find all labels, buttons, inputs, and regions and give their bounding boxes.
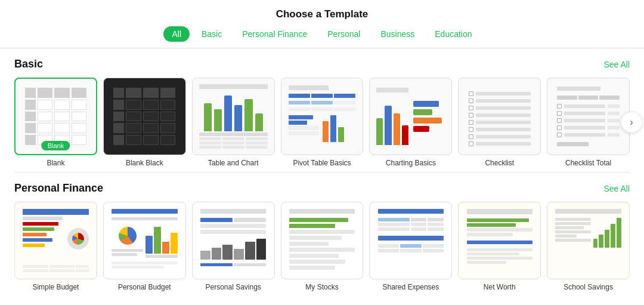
basic-template-row: Blank Blank bbox=[14, 78, 630, 167]
template-checklist-thumb bbox=[458, 78, 541, 155]
template-shared-expenses[interactable]: Shared Expenses bbox=[369, 202, 452, 291]
tab-business[interactable]: Business bbox=[372, 26, 423, 42]
template-blank-black-label: Blank Black bbox=[126, 159, 163, 167]
template-blank[interactable]: Blank Blank bbox=[14, 78, 97, 167]
basic-section-header: Basic See All bbox=[14, 58, 630, 70]
tab-education[interactable]: Education bbox=[426, 26, 480, 42]
tab-basic[interactable]: Basic bbox=[193, 26, 230, 42]
template-school-savings-label: School Savings bbox=[564, 283, 613, 291]
template-pivot-table[interactable]: Pivot Table Basics bbox=[281, 78, 364, 167]
template-table-chart-thumb bbox=[192, 78, 275, 155]
header: Choose a Template All Basic Personal Fin… bbox=[0, 0, 644, 48]
template-school-savings[interactable]: School Savings bbox=[547, 202, 630, 291]
template-simple-budget-thumb bbox=[14, 202, 97, 279]
filter-tabs: All Basic Personal Finance Personal Busi… bbox=[0, 26, 644, 42]
template-table-chart-label: Table and Chart bbox=[208, 159, 259, 167]
template-personal-budget-thumb bbox=[103, 202, 186, 279]
template-charting-basics-thumb bbox=[369, 78, 452, 155]
template-my-stocks[interactable]: My Stocks bbox=[281, 202, 364, 291]
tab-personal[interactable]: Personal bbox=[319, 26, 369, 42]
template-table-chart[interactable]: Table and Chart bbox=[192, 78, 275, 167]
page-title: Choose a Template bbox=[0, 8, 644, 20]
personal-finance-title: Personal Finance bbox=[14, 182, 103, 195]
template-checklist-label: Checklist bbox=[485, 159, 514, 167]
basic-section: Basic See All bbox=[0, 48, 644, 172]
template-blank-black-thumb bbox=[103, 78, 186, 155]
template-my-stocks-thumb bbox=[281, 202, 364, 279]
template-net-worth-label: Net Worth bbox=[484, 283, 516, 291]
personal-finance-header: Personal Finance See All bbox=[14, 182, 630, 195]
template-checklist[interactable]: Checklist bbox=[458, 78, 541, 167]
personal-finance-template-row: Simple Budget bbox=[14, 202, 630, 291]
template-personal-budget[interactable]: Personal Budget bbox=[103, 202, 186, 291]
template-personal-savings-thumb bbox=[192, 202, 275, 279]
template-checklist-total-label: Checklist Total bbox=[565, 159, 611, 167]
template-charting-label: Charting Basics bbox=[386, 159, 436, 167]
blank-badge: Blank bbox=[42, 141, 70, 150]
template-checklist-total-thumb bbox=[547, 78, 630, 155]
template-pivot-label: Pivot Table Basics bbox=[293, 159, 351, 167]
template-pivot-table-thumb bbox=[281, 78, 364, 155]
tab-personal-finance[interactable]: Personal Finance bbox=[234, 26, 315, 42]
template-personal-savings-label: Personal Savings bbox=[205, 283, 261, 291]
template-net-worth-thumb bbox=[458, 202, 541, 279]
template-personal-budget-label: Personal Budget bbox=[118, 283, 171, 291]
template-simple-budget-label: Simple Budget bbox=[32, 283, 79, 291]
template-net-worth[interactable]: Net Worth bbox=[458, 202, 541, 291]
personal-finance-section: Personal Finance See All bbox=[0, 172, 644, 296]
basic-scroll-right[interactable]: › bbox=[621, 112, 642, 133]
tab-all[interactable]: All bbox=[163, 26, 190, 42]
template-my-stocks-label: My Stocks bbox=[305, 283, 338, 291]
personal-finance-see-all[interactable]: See All bbox=[603, 184, 630, 193]
template-blank-label: Blank bbox=[47, 159, 64, 167]
basic-section-title: Basic bbox=[14, 58, 43, 70]
template-blank-black[interactable]: Blank Black bbox=[103, 78, 186, 167]
template-shared-expenses-thumb bbox=[369, 202, 452, 279]
template-simple-budget[interactable]: Simple Budget bbox=[14, 202, 97, 291]
template-checklist-total[interactable]: Checklist Total bbox=[547, 78, 630, 167]
template-personal-savings[interactable]: Personal Savings bbox=[192, 202, 275, 291]
template-shared-expenses-label: Shared Expenses bbox=[383, 283, 439, 291]
basic-see-all[interactable]: See All bbox=[603, 60, 630, 69]
template-school-savings-thumb bbox=[547, 202, 630, 279]
template-charting-basics[interactable]: Charting Basics bbox=[369, 78, 452, 167]
template-blank-thumb: Blank bbox=[14, 78, 97, 155]
